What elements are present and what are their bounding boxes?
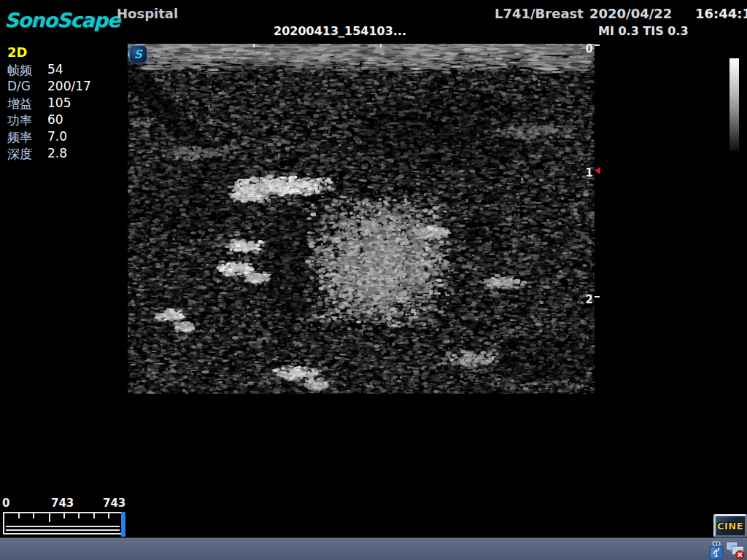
cine-tick [33,513,34,518]
param-row-frequency: 频率 7.0 [0,129,124,146]
param-value: 60 [47,112,63,127]
param-value: 2.8 [47,146,67,160]
usb-icon[interactable] [707,540,726,560]
depth-tick-0 [595,44,600,46]
param-value: 105 [47,96,71,110]
ultrasound-workstation: SonoScape Hospital L741/Breast 2020/04/2… [0,0,747,560]
cine-start-label: 0 [2,497,9,510]
network-disconnected-icon[interactable] [726,540,745,560]
top-scale-tick [380,44,382,47]
param-row-depth: 深度 2.8 [0,146,124,163]
param-label: 深度 [7,146,32,163]
cine-tick [18,513,20,518]
param-label: 频率 [7,129,32,146]
top-scale-tick [253,44,255,47]
mode-label: 2D [7,44,27,60]
cine-tick [93,513,95,518]
acoustic-output-indicator: MI 0.3 TIS 0.3 [598,24,689,38]
param-row-gain: 增益 105 [0,96,124,112]
cine-tick [108,513,109,518]
param-row-power: 功率 60 [0,112,124,129]
focus-marker-icon[interactable] [595,167,600,174]
depth-label-2: 2 [583,293,593,306]
b-mode-speckle-canvas [128,44,595,394]
param-row-dg: D/G 200/17 [0,79,124,96]
param-value: 54 [47,62,63,77]
grayscale-map-bar [729,58,739,151]
param-value: 7.0 [47,129,67,144]
cine-tick [78,513,80,518]
ultrasound-image[interactable]: S [128,44,595,394]
depth-tick-2 [595,296,600,298]
cine-track-line [6,526,120,527]
cine-button[interactable]: CINE [713,514,747,537]
cine-tick-major [49,513,50,522]
cine-track-line [6,529,120,531]
sonoscape-logo: SonoScape [4,9,120,31]
cine-tick [63,513,65,518]
cine-position-cursor[interactable] [121,512,125,537]
param-row-framerate: 帧频 54 [0,62,124,79]
cine-current-label: 743 [51,497,74,510]
param-label: 功率 [7,112,32,129]
param-value: 200/17 [47,79,91,93]
cine-progress-track[interactable] [3,512,124,534]
title-bar: SonoScape Hospital L741/Breast 2020/04/2… [0,0,747,42]
param-label: D/G [7,79,31,93]
depth-label-0: 0 [583,42,593,55]
exam-id: 20200413_154103... [274,24,406,38]
depth-label-1: 1 [583,166,593,179]
hospital-name: Hospital [117,6,178,21]
system-time: 16:44:19 [695,6,747,21]
system-date: 2020/04/22 [589,6,672,21]
param-label: 增益 [7,96,32,112]
orientation-marker: S [129,45,147,63]
param-label: 帧频 [7,62,32,79]
probe-preset: L741/Breast [495,6,584,21]
cine-total-label: 743 [103,497,125,510]
status-bar [0,537,747,560]
